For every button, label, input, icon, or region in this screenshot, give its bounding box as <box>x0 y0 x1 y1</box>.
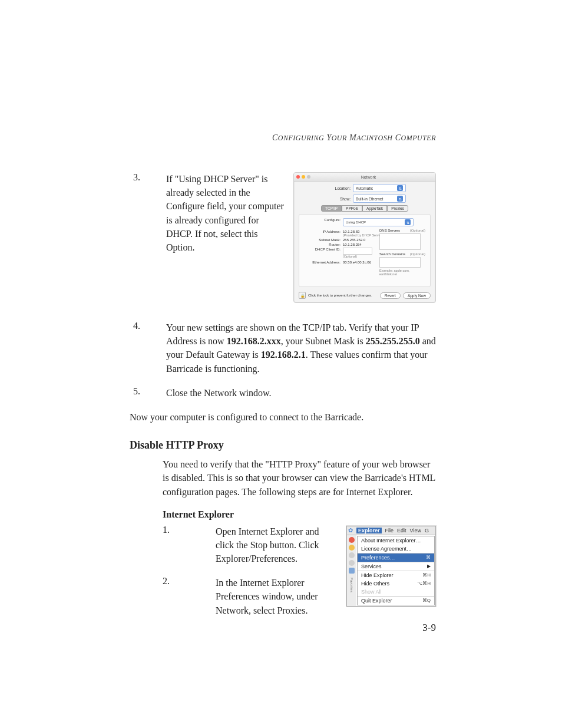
menu-hide-explorer[interactable]: Hide Explorer⌘H <box>358 571 434 579</box>
apply-button[interactable]: Apply Now <box>403 292 431 299</box>
step-text: If "Using DHCP Server" is already select… <box>166 172 285 254</box>
chevron-right-icon: ▶ <box>427 564 431 569</box>
menubar-app[interactable]: Explorer <box>356 528 382 533</box>
body-paragraph: Now your computer is configured to conne… <box>130 410 436 424</box>
step-number: 5. <box>130 386 166 397</box>
configure-label: Configure: <box>303 218 340 222</box>
body-paragraph: You need to verify that the "HTTP Proxy"… <box>163 457 436 499</box>
chevron-updown-icon: ⇅ <box>405 219 411 225</box>
step-number: 2. <box>130 576 216 587</box>
step-text: In the Internet Explorer Preferences win… <box>216 576 338 617</box>
menu-hide-others[interactable]: Hide Others⌥⌘H <box>358 579 434 588</box>
ip-label: IP Address: <box>303 230 340 233</box>
home-icon <box>349 560 355 566</box>
section-heading: Disable HTTP Proxy <box>130 439 436 452</box>
menu-about[interactable]: About Internet Explorer… <box>358 536 434 545</box>
show-select[interactable]: Built-in Ethernet⇅ <box>353 195 406 203</box>
step-text: Your new settings are shown on the TCP/I… <box>166 321 436 375</box>
minimize-icon <box>349 545 355 551</box>
zoom-icon <box>307 175 310 179</box>
mask-label: Subnet Mask: <box>303 238 340 242</box>
running-header: CONFIGURING YOUR MACINTOSH COMPUTER <box>130 133 436 143</box>
close-icon <box>296 175 300 179</box>
chevron-updown-icon: ⇅ <box>397 196 403 202</box>
favorites-label: Favorites <box>350 578 353 592</box>
show-label: Show: <box>323 197 351 201</box>
step-number: 1. <box>130 525 216 535</box>
clientid-input[interactable] <box>343 248 372 255</box>
back-icon <box>349 568 355 574</box>
page-number: 3-9 <box>422 622 436 634</box>
revert-button[interactable]: Revert <box>380 292 401 299</box>
location-select[interactable]: Automatic⇅ <box>353 184 406 192</box>
menubar-item[interactable]: View <box>410 528 421 533</box>
mask-value: 255.255.252.0 <box>343 238 365 242</box>
tab-pppoe[interactable]: PPPoE <box>342 205 362 212</box>
step-text: Close the Network window. <box>166 386 436 400</box>
dns-label: DNS Servers <box>379 229 400 232</box>
step-number: 3. <box>130 172 166 183</box>
search-label: Search Domains <box>379 252 405 256</box>
menubar-item[interactable]: File <box>385 528 394 533</box>
dns-textarea[interactable] <box>379 233 421 250</box>
example-text: Example: apple.com, earthlink.net <box>379 269 425 276</box>
explorer-menu-screenshot: ✿ Explorer File Edit View G Favorites Ab… <box>346 526 436 607</box>
ip-hint: (Provided by DHCP Server) <box>343 233 382 237</box>
search-optional: (Optional) <box>410 252 425 256</box>
menu-preferences[interactable]: Preferences…⌘ <box>358 553 434 562</box>
lock-icon[interactable]: 🔒 <box>299 292 306 299</box>
network-prefs-screenshot: Network Location: Automatic⇅ Show: Built… <box>293 172 436 303</box>
tab-appletalk[interactable]: AppleTalk <box>362 205 387 212</box>
clientid-hint: (Optional) <box>343 255 372 258</box>
close-icon <box>349 537 355 543</box>
search-textarea[interactable] <box>379 257 421 268</box>
subsection-heading: Internet Explorer <box>163 509 436 520</box>
menubar-item[interactable]: G <box>425 528 429 533</box>
router-value: 10.1.28.254 <box>343 243 362 246</box>
tab-proxies[interactable]: Proxies <box>387 205 408 212</box>
step-number: 4. <box>130 321 166 331</box>
lock-text: Click the lock to prevent further change… <box>308 294 378 297</box>
router-label: Router: <box>303 243 340 246</box>
minimize-icon <box>302 175 305 179</box>
ethaddr-value: 00:50:e4:00:2c:06 <box>343 261 371 264</box>
tab-tcpip[interactable]: TCP/IP <box>321 205 342 212</box>
apple-icon: ✿ <box>348 527 353 533</box>
refresh-icon <box>349 552 355 558</box>
menu-show-all: Show All <box>358 588 434 596</box>
menu-license[interactable]: License Agreement… <box>358 545 434 553</box>
dns-optional: (Optional) <box>410 229 425 232</box>
configure-select[interactable]: Using DHCP⇅ <box>343 218 414 226</box>
chevron-updown-icon: ⇅ <box>397 185 403 191</box>
step-text: Open Internet Explorer and click the Sto… <box>216 525 338 566</box>
location-label: Location: <box>323 186 351 190</box>
menu-quit[interactable]: Quit Explorer⌘Q <box>358 596 434 605</box>
menu-services[interactable]: Services▶ <box>358 562 434 571</box>
ethaddr-label: Ethernet Address: <box>303 261 340 264</box>
menubar-item[interactable]: Edit <box>397 528 406 533</box>
window-title: Network <box>312 175 425 179</box>
clientid-label: DHCP Client ID: <box>303 248 340 251</box>
